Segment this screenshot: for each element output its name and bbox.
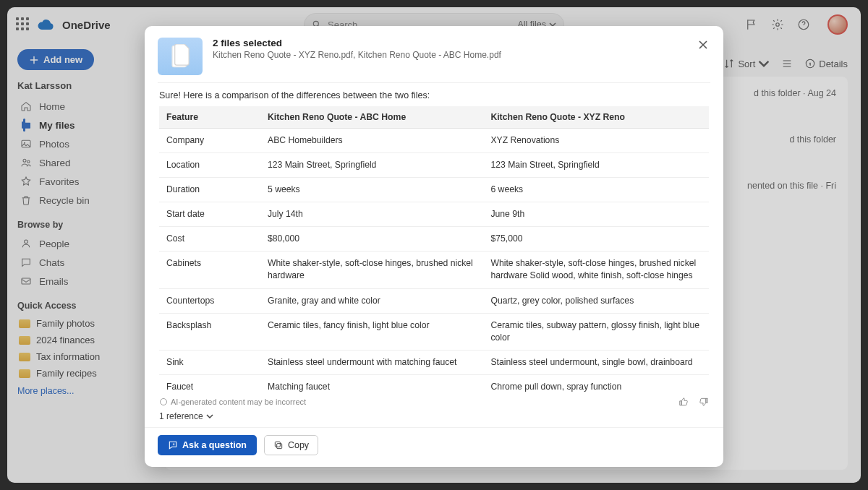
modal-header: 2 files selected Kitchen Reno Quote - XY… — [145, 26, 723, 82]
copy-button[interactable]: Copy — [264, 435, 318, 455]
value-cell-b: Stainless steel undermount, single bowl,… — [483, 350, 709, 374]
ask-question-button[interactable]: Ask a question — [158, 435, 257, 455]
value-cell-a: Stainless steel undermount with matching… — [260, 350, 483, 374]
feature-cell: Cost — [159, 227, 260, 252]
feature-cell: Location — [159, 153, 260, 178]
value-cell-b: June 9th — [483, 202, 709, 227]
close-icon — [698, 40, 708, 50]
value-cell-b: XYZ Renovations — [483, 129, 709, 153]
sparkle-chat-icon — [168, 440, 178, 450]
copilot-modal: 2 files selected Kitchen Reno Quote - XY… — [145, 26, 723, 467]
table-row: CabinetsWhite shaker-style, soft-close h… — [159, 252, 709, 288]
modal-subtitle: Kitchen Reno Quote - XYZ Reno.pdf, Kitch… — [213, 50, 501, 60]
table-row: CompanyABC HomebuildersXYZ Renovations — [159, 129, 709, 153]
chevron-down-icon — [206, 413, 213, 420]
value-cell-b: Ceramic tiles, subway pattern, glossy fi… — [483, 313, 709, 350]
value-cell-b: Quartz, grey color, polished surfaces — [483, 288, 709, 313]
value-cell-a: $80,000 — [260, 227, 483, 252]
table-row: SinkStainless steel undermount with matc… — [159, 350, 709, 374]
table-row: FaucetMatching faucetChrome pull down, s… — [159, 374, 709, 392]
reference-label: 1 reference — [159, 411, 203, 421]
info-small-icon — [159, 397, 168, 406]
feature-cell: Faucet — [159, 374, 260, 392]
thumbs-up-icon[interactable] — [678, 397, 689, 407]
feature-cell: Cabinets — [159, 252, 260, 288]
comparison-table: Feature Kitchen Reno Quote - ABC Home Ki… — [159, 106, 709, 392]
table-row: Duration5 weeks6 weeks — [159, 178, 709, 202]
modal-title: 2 files selected — [213, 38, 501, 48]
response-meta: AI-generated content may be incorrect — [158, 392, 710, 408]
ask-question-label: Ask a question — [182, 440, 247, 450]
table-header: Kitchen Reno Quote - ABC Home — [260, 106, 483, 129]
response-intro: Sure! Here is a comparison of the differ… — [159, 90, 709, 100]
response-scroll[interactable]: Sure! Here is a comparison of the differ… — [158, 82, 710, 392]
table-row: Start dateJuly 14thJune 9th — [159, 202, 709, 227]
feature-cell: Company — [159, 129, 260, 153]
svg-point-11 — [161, 399, 167, 405]
feature-cell: Start date — [159, 202, 260, 227]
feature-cell: Backsplash — [159, 313, 260, 350]
value-cell-a: 5 weeks — [260, 178, 483, 202]
copy-icon — [273, 440, 284, 450]
svg-rect-12 — [277, 444, 282, 449]
table-header: Feature — [159, 106, 260, 129]
value-cell-b: Chrome pull down, spray function — [483, 374, 709, 392]
value-cell-a: Granite, gray and white color — [260, 288, 483, 313]
documents-icon — [169, 44, 191, 69]
close-button[interactable] — [694, 36, 712, 53]
modal-actions: Ask a question Copy — [145, 427, 723, 467]
file-thumbnail — [158, 38, 203, 75]
value-cell-b: $75,000 — [483, 227, 709, 252]
value-cell-a: ABC Homebuilders — [260, 129, 483, 153]
value-cell-b: White shaker-style, soft-close hinges, b… — [483, 252, 709, 288]
app-window: OneDrive All files Add new Kat Larsson — [7, 7, 861, 483]
feature-cell: Duration — [159, 178, 260, 202]
copy-label: Copy — [288, 440, 309, 450]
value-cell-a: 123 Main Street, Springfield — [260, 153, 483, 178]
feature-cell: Sink — [159, 350, 260, 374]
value-cell-b: 123 Main Street, Springfield — [483, 153, 709, 178]
value-cell-a: Matching faucet — [260, 374, 483, 392]
table-row: BacksplashCeramic tiles, fancy finish, l… — [159, 313, 709, 350]
value-cell-a: Ceramic tiles, fancy finish, light blue … — [260, 313, 483, 350]
table-header: Kitchen Reno Quote - XYZ Reno — [483, 106, 709, 129]
modal-overlay: 2 files selected Kitchen Reno Quote - XY… — [7, 7, 861, 483]
reference-toggle[interactable]: 1 reference — [158, 408, 710, 427]
value-cell-a: White shaker-style, soft-close hinges, b… — [260, 252, 483, 288]
value-cell-a: July 14th — [260, 202, 483, 227]
table-row: CountertopsGranite, gray and white color… — [159, 288, 709, 313]
thumbs-down-icon[interactable] — [699, 397, 709, 407]
table-row: Location123 Main Street, Springfield123 … — [159, 153, 709, 178]
svg-rect-13 — [275, 442, 280, 447]
value-cell-b: 6 weeks — [483, 178, 709, 202]
disclaimer-text: AI-generated content may be incorrect — [171, 397, 306, 406]
feature-cell: Countertops — [159, 288, 260, 313]
modal-body: Sure! Here is a comparison of the differ… — [145, 82, 723, 427]
table-row: Cost$80,000$75,000 — [159, 227, 709, 252]
